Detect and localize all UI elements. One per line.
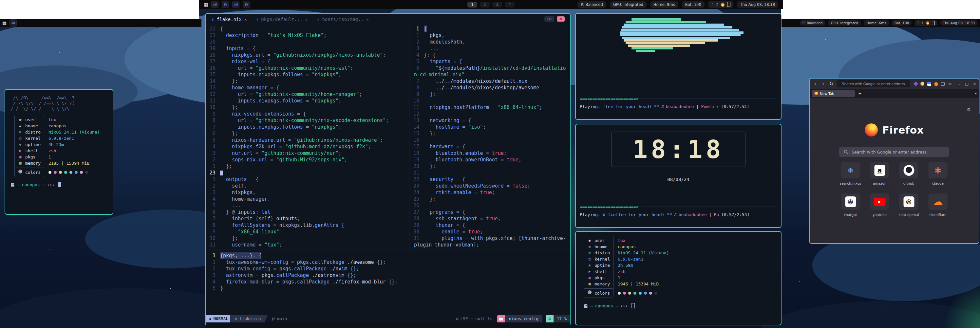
code-text: programs = { (424, 209, 465, 215)
network-tree-icon[interactable]: ᛉ (917, 21, 919, 25)
color-dot (54, 171, 57, 174)
code-text: }: { (424, 52, 436, 58)
systray-app-badge[interactable]: $W (222, 1, 229, 8)
flame-icon[interactable] (926, 21, 929, 25)
nixos-ascii-art: /\ /O\ __/==\ /==\--7 / /\ \/\ / /==\ \ … (11, 95, 109, 112)
back-button[interactable]: ‹ (812, 81, 818, 87)
palette-icon (18, 169, 22, 176)
shortcut-tile[interactable]: ▶ youtube (870, 193, 889, 225)
maximize-button[interactable]: □ (965, 82, 968, 86)
code-line: 24 rtkit.enable = true; (409, 189, 570, 196)
palette-icon (587, 290, 592, 296)
close-button[interactable]: × (973, 82, 976, 86)
editor-pane-flake[interactable]: 22 { 21 description = "tux's NixOS Flake… (206, 25, 409, 249)
reload-button[interactable]: ↻ (829, 81, 834, 87)
artist-name: Po (714, 212, 719, 217)
status-icons: ᛉ ᛒ (915, 20, 937, 26)
prompt-chevron: › (620, 303, 623, 308)
code-line: 15 inputs.nixpkgs.follows = "nixpkgs"; (206, 71, 409, 78)
systray-app-badge[interactable]: $W (232, 1, 239, 8)
buffer-tab[interactable]: ❄ flake.nix × (212, 17, 247, 22)
extension-icon-bitwarden[interactable] (927, 82, 931, 86)
personalize-gear-icon[interactable]: ⚙ (967, 107, 971, 112)
editor-pane-pkgs[interactable]: 1 {pkgs, ...}: { 1 tux-awesome-wm-config… (206, 249, 570, 315)
line-number: 26 (409, 202, 419, 209)
folder-icon (497, 315, 505, 322)
window-close-button[interactable]: × (557, 16, 565, 22)
fetch-row-name: distro (25, 129, 41, 135)
tab-list-chevron[interactable]: ▾ (975, 91, 977, 95)
terminal-fetch-left[interactable]: /\ /O\ __/==\ /==\--7 / /\ \/\ / /==\ \ … (5, 89, 113, 215)
line-number: 13 (409, 117, 419, 124)
code-line: 1 tux-awesome-wm-config = pkgs.callPacka… (206, 259, 570, 265)
code-line: 21 (409, 170, 570, 176)
workspace-button[interactable]: 4 (505, 2, 515, 8)
extension-icon-metamask[interactable] (934, 82, 938, 86)
neovim-window[interactable]: ❄ flake.nix × ❄ pkgs/default... × ❄ host… (205, 13, 571, 326)
extension-icons (914, 82, 945, 86)
bluetooth-icon[interactable]: ᛒ (716, 3, 718, 6)
shortcut-tile[interactable]: ∗ claude (928, 162, 948, 193)
shell-prompt[interactable]: → canopus ~ › › › (11, 182, 109, 187)
workspace-button[interactable]: 2 (480, 2, 490, 8)
workspace-button[interactable]: 3 (492, 2, 502, 8)
eye-button[interactable] (544, 16, 554, 22)
command-line[interactable] (206, 322, 570, 328)
shortcut-tile[interactable]: ❄ search.nixos (841, 162, 861, 193)
systray-app-badge[interactable]: $W (243, 1, 250, 8)
shortcut-tile[interactable]: ☁ cloudflare (928, 193, 948, 225)
shortcut-tile[interactable]: ⊛ chatgpt (841, 193, 861, 225)
tray-grid-icon[interactable]: ▦ (204, 2, 208, 7)
fetch-divider (15, 168, 44, 168)
code-line: 13 networking = { (409, 117, 570, 124)
extension-icon-purple[interactable] (913, 81, 918, 86)
buffer-tab[interactable]: ❄ hosts/isoImag.. × (317, 17, 369, 22)
new-tab-button[interactable]: + (858, 91, 862, 96)
code-line: 1 { (409, 25, 570, 32)
phone-icon[interactable] (932, 21, 935, 25)
code-text: sudo.wheelNeedsPassword = false; (424, 183, 530, 189)
tray-grid-icon[interactable]: ▦ (2, 21, 6, 25)
minimize-button[interactable]: – (959, 82, 961, 86)
fetch-row-label: ▢ kernel (15, 135, 44, 141)
systray-app-badge[interactable]: $W (211, 1, 218, 8)
shell-prompt[interactable]: → canopus ~ › › › (584, 303, 776, 308)
shortcut-tile[interactable]: ⊛ chat.openai (899, 193, 919, 225)
firefox-window[interactable]: ‹ › ↻ Search with Google or enter addres… (809, 78, 979, 244)
code-line: 18 nixpkgs.url = "github:nixos/nixpkgs/n… (206, 52, 409, 58)
buffer-tab-close[interactable]: × (305, 17, 308, 22)
terminal-clock[interactable]: 18:18 08/08/24 ======================> P… (575, 124, 781, 228)
lsp-status: ⚙LSP ~ null-ls (451, 315, 497, 322)
bluetooth-icon[interactable]: ᛒ (922, 22, 923, 25)
playing-label: Playing: (580, 212, 603, 217)
fetch-row-icon: ▦ (18, 160, 22, 166)
buffer-tab[interactable]: ❄ pkgs/default... × (256, 17, 308, 22)
phone-icon[interactable] (727, 2, 730, 7)
line-number: 22 (409, 176, 419, 183)
editor-pane-iso[interactable]: 1 { 1 pkgs, 2 modulesPath, 3 (409, 25, 570, 249)
terminal-fetch-right[interactable]: ◉ user ≡ hname ❄ distro (575, 231, 781, 325)
url-bar[interactable]: Search with Google or enter address (837, 80, 910, 87)
line-number: 18 (206, 52, 216, 58)
buffer-tab-close[interactable]: × (244, 17, 247, 22)
shortcut-tile[interactable]: github (899, 162, 919, 193)
forward-button[interactable]: › (821, 81, 826, 87)
extension-icon-orange[interactable] (920, 82, 924, 86)
buffer-tab-close[interactable]: × (366, 17, 369, 22)
terminal-cava[interactable]: ======================> Playing: ffee fo… (575, 13, 781, 120)
systray-app-badge[interactable]: $W (10, 19, 17, 27)
search-input[interactable]: Search with Google or enter address (839, 147, 949, 157)
code-line: 5 nixos-hardware.url = "github:nixos/nix… (206, 137, 409, 143)
extension-icon-outline[interactable] (941, 82, 945, 86)
shortcut-tile[interactable]: a amazon (870, 162, 889, 193)
flame-icon[interactable] (721, 3, 724, 6)
network-tree-icon[interactable]: ᛉ (711, 3, 713, 6)
line-number: 8 (206, 222, 216, 228)
fetch-row-icon: ⊙ (18, 141, 22, 147)
code-text: url = "github:nix-community/home-manager… (220, 91, 362, 98)
browser-tab[interactable]: New Tab (811, 90, 855, 97)
line-number: 14 (206, 78, 216, 84)
nix-file-icon: ❄ (212, 17, 214, 22)
menu-button[interactable]: ≡ (947, 81, 953, 86)
workspace-button[interactable]: 1 (468, 2, 477, 8)
